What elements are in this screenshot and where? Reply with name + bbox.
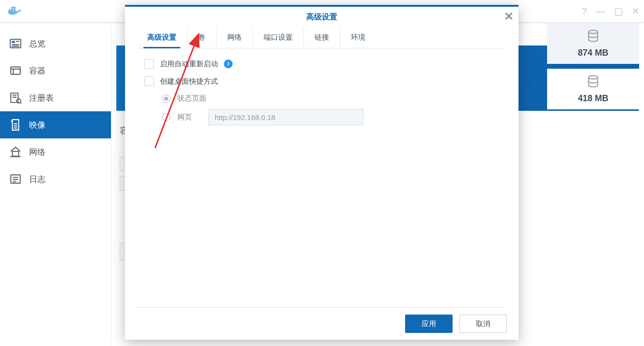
sidebar-item-image[interactable]: 映像 [0, 111, 111, 138]
sidebar-item-label: 总览 [29, 38, 46, 49]
radio-status-page-label: 状态页面 [177, 94, 206, 103]
shortcut-checkbox[interactable] [144, 76, 154, 86]
container-icon [9, 64, 22, 77]
maximize-icon[interactable]: ▢ [614, 6, 623, 16]
network-icon [9, 145, 22, 159]
tab-network[interactable]: 网络 [217, 27, 253, 48]
svg-rect-10 [11, 67, 20, 74]
svg-rect-4 [14, 7, 16, 9]
dialog-footer: 应用 取消 [137, 307, 507, 340]
window-close-icon[interactable]: ✕ [632, 7, 639, 15]
sidebar-item-label: 映像 [29, 120, 46, 131]
overview-icon [9, 37, 22, 50]
tab-volume[interactable]: 卷 [188, 27, 217, 48]
auto-restart-row: 启用自动重新启动 i [144, 59, 499, 69]
cancel-button[interactable]: 取消 [459, 315, 507, 333]
log-icon [9, 172, 22, 186]
sidebar-item-overview[interactable]: 总览 [0, 30, 111, 57]
sidebar-item-label: 注册表 [29, 92, 54, 104]
advanced-settings-dialog: 高级设置 ✕ 高级设置 卷 网络 端口设置 链接 环境 启用自动重新启动 i 创… [125, 5, 518, 340]
sidebar-item-label: 容器 [29, 65, 46, 76]
auto-restart-label: 启用自动重新启动 [160, 60, 218, 69]
info-icon[interactable]: i [224, 60, 233, 68]
sidebar: 总览 容器 注册表 映像 网络 日志 [0, 23, 111, 346]
dialog-title: 高级设置 [306, 12, 337, 22]
window-controls: ? — ▢ ✕ [581, 6, 639, 16]
database-icon [586, 75, 600, 93]
svg-point-27 [589, 30, 598, 33]
dialog-tabs: 高级设置 卷 网络 端口设置 链接 环境 [137, 27, 507, 48]
radio-webpage[interactable] [162, 113, 171, 121]
sidebar-item-label: 日志 [29, 174, 46, 185]
apply-button[interactable]: 应用 [405, 315, 453, 333]
sidebar-item-container[interactable]: 容器 [0, 57, 111, 84]
info-card-2: 418 MB [547, 69, 639, 109]
dialog-header: 高级设置 ✕ [125, 7, 518, 27]
svg-line-17 [20, 103, 21, 104]
svg-rect-21 [13, 151, 19, 156]
sidebar-item-registry[interactable]: 注册表 [0, 84, 111, 111]
svg-rect-6 [12, 41, 15, 43]
tab-port[interactable]: 端口设置 [253, 27, 304, 48]
docker-app-icon [7, 2, 23, 20]
info-card-1: 874 MB [547, 23, 639, 64]
tab-advanced[interactable]: 高级设置 [137, 27, 188, 48]
info-card-value: 418 MB [578, 93, 608, 104]
help-icon[interactable]: ? [581, 6, 587, 16]
shortcut-row: 创建桌面快捷方式 [144, 76, 499, 86]
sidebar-item-network[interactable]: 网络 [0, 138, 111, 165]
sidebar-item-log[interactable]: 日志 [0, 165, 111, 193]
svg-rect-1 [11, 9, 13, 11]
radio-webpage-row: 网页 [162, 109, 499, 125]
registry-icon [9, 91, 22, 105]
tab-link[interactable]: 链接 [304, 27, 340, 48]
image-icon [9, 118, 22, 132]
webpage-url-input[interactable] [208, 109, 363, 125]
tab-env[interactable]: 环境 [340, 27, 376, 48]
minimize-icon[interactable]: — [596, 6, 605, 16]
sidebar-item-label: 网络 [29, 147, 46, 158]
dialog-body: 启用自动重新启动 i 创建桌面快捷方式 状态页面 网页 [125, 48, 518, 307]
svg-rect-2 [14, 9, 16, 11]
shortcut-label: 创建桌面快捷方式 [160, 77, 218, 86]
auto-restart-checkbox[interactable] [144, 59, 154, 69]
database-icon [586, 29, 600, 48]
dialog-close-icon[interactable]: ✕ [504, 10, 514, 23]
right-info-column: 874 MB 418 MB [547, 23, 639, 109]
info-card-value: 874 MB [578, 48, 608, 58]
radio-webpage-label: 网页 [177, 113, 202, 122]
radio-status-page[interactable] [162, 94, 171, 103]
radio-status-page-row: 状态页面 [162, 94, 499, 103]
svg-rect-0 [9, 9, 11, 11]
shortcut-radio-group: 状态页面 网页 [162, 94, 499, 125]
svg-point-28 [589, 75, 598, 79]
svg-rect-3 [11, 7, 13, 9]
